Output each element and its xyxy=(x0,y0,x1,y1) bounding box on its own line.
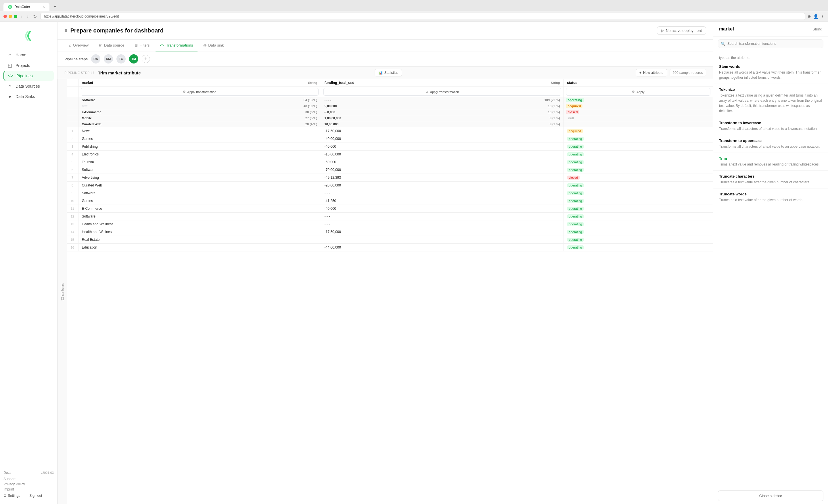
market-cell: Curated Web xyxy=(78,182,321,189)
minimize-window-btn[interactable] xyxy=(9,15,12,18)
add-step-button[interactable]: + xyxy=(142,55,150,63)
data-table-wrapper[interactable]: market String funding_total_usd String xyxy=(67,79,713,504)
right-sidebar: market String 🔍 type as the attribute. S… xyxy=(713,22,828,504)
main-content: ≡ Prepare companies for dashboard ▷ No a… xyxy=(57,22,713,504)
status-cell-td: operating xyxy=(564,143,713,150)
data-table: market String funding_total_usd String xyxy=(67,79,713,251)
market-cell: Games xyxy=(78,135,321,143)
close-sidebar-button[interactable]: Close sidebar xyxy=(718,491,823,501)
status-cell: closed xyxy=(567,176,580,180)
status-cell-td: operating xyxy=(564,205,713,213)
privacy-link[interactable]: Privacy Policy xyxy=(3,482,54,486)
url-text: https://app.datacatercloud.com/pipelines… xyxy=(44,14,119,18)
tab-title: DataCater xyxy=(14,5,30,9)
table-row: 7 Advertising -49,12,393 closed xyxy=(67,174,713,182)
funding-cell: - - - xyxy=(321,220,564,228)
reload-button[interactable]: ↻ xyxy=(32,13,38,20)
rs-content: type as the attribute. Stem words Replac… xyxy=(713,51,828,487)
data-area: 32 attributes market String xyxy=(57,79,713,504)
imprint-link[interactable]: Imprint xyxy=(3,487,54,491)
transform-name-trim: Trim xyxy=(719,156,822,161)
docs-link[interactable]: Docs xyxy=(3,471,11,475)
address-bar[interactable]: https://app.datacatercloud.com/pipelines… xyxy=(40,13,805,20)
support-link[interactable]: Support xyxy=(3,477,54,481)
rs-search-area: 🔍 xyxy=(713,37,828,51)
tab-close-btn[interactable]: × xyxy=(43,5,45,9)
market-apply-label: Apply transformation xyxy=(188,90,216,94)
new-attribute-button[interactable]: + New attribute xyxy=(636,69,667,77)
sidebar-item-pipelines[interactable]: <> Pipelines xyxy=(3,71,54,81)
statistics-button[interactable]: 📊 Statistics xyxy=(375,69,402,77)
funding-apply-transformation-btn[interactable]: ⚙ Apply transformation xyxy=(323,88,561,96)
search-input[interactable] xyxy=(718,39,823,48)
tab-filters[interactable]: ⊟ Filters xyxy=(130,40,154,51)
status-freq-2: acquired xyxy=(564,103,713,109)
funding-cell: -17,50,000 xyxy=(321,228,564,236)
forward-button[interactable]: › xyxy=(26,13,29,19)
extensions-icon[interactable]: ⊕ xyxy=(808,14,811,19)
step-rm[interactable]: RM xyxy=(104,54,113,63)
market-apply-transformation-btn[interactable]: ⚙ Apply transformation xyxy=(81,88,319,96)
rs-title: market xyxy=(719,27,734,32)
pipeline-steps-label: Pipeline steps xyxy=(65,57,88,61)
market-freq-count-1: 64 (13 %) xyxy=(303,98,318,102)
transform-item-truncate-words[interactable]: Truncate words Truncates a text value af… xyxy=(713,188,828,206)
funding-header: funding_total_usd String xyxy=(321,79,564,87)
funding-cell: -40,00,000 xyxy=(321,135,564,143)
transform-item-tokenize[interactable]: Tokenize Tokenizes a text value using a … xyxy=(713,84,828,117)
status-cell-td: acquired xyxy=(564,127,713,135)
transform-item-transform-uppercase[interactable]: Transform to uppercase Transforms all ch… xyxy=(713,135,828,153)
sidebar-item-data-sources[interactable]: ○ Data Sources xyxy=(3,81,54,91)
funding-freq-5: 10,00,000 9 (2 %) xyxy=(321,121,564,127)
tab-overview[interactable]: ⌂ Overview xyxy=(65,40,93,51)
market-cell: Publishing xyxy=(78,143,321,150)
transform-item-trim[interactable]: Trim Trims a text value and removes all … xyxy=(713,153,828,171)
settings-button[interactable]: ⚙ Settings xyxy=(3,494,20,498)
sidebar-item-home[interactable]: ⌂ Home xyxy=(3,50,54,60)
settings-label: Settings xyxy=(8,494,20,498)
table-row: 11 E-Commerce -40,000 operating xyxy=(67,205,713,213)
sidebar-item-data-sinks[interactable]: ● Data Sinks xyxy=(3,92,54,101)
sidebar-item-projects[interactable]: ◱ Projects xyxy=(3,60,54,71)
menu-icon[interactable]: ⋮ xyxy=(821,14,825,19)
funding-freq-name-1: - - - - xyxy=(325,98,331,102)
market-cell: Real Estate xyxy=(78,236,321,244)
pipeline-header: ≡ Prepare companies for dashboard ▷ No a… xyxy=(57,22,713,40)
funding-cell: - - - xyxy=(321,236,564,244)
new-tab-button[interactable]: + xyxy=(51,2,59,11)
status-cell-td: operating xyxy=(564,228,713,236)
status-apply-cell: ⚙ Apply xyxy=(564,87,713,97)
sign-out-button[interactable]: → Sign out xyxy=(25,494,42,498)
tab-data-sink[interactable]: ◎ Data sink xyxy=(199,40,228,51)
status-freq-1: operating xyxy=(564,97,713,103)
transform-item-truncate-characters[interactable]: Truncate characters Truncates a text val… xyxy=(713,171,828,188)
status-apply-transformation-btn[interactable]: ⚙ Apply xyxy=(566,88,710,96)
pipeline-title-area: ≡ Prepare companies for dashboard xyxy=(65,27,164,34)
tab-transformations[interactable]: <> Transformations xyxy=(156,40,198,51)
funding-col-type: String xyxy=(551,81,560,85)
funding-cell: -44,00,000 xyxy=(321,244,564,251)
back-button[interactable]: ‹ xyxy=(19,13,23,19)
funding-cell: -60,000 xyxy=(321,158,564,166)
add-icon: + xyxy=(639,71,641,75)
maximize-window-btn[interactable] xyxy=(14,15,17,18)
status-cell-td: operating xyxy=(564,213,713,220)
status-cell: operating xyxy=(567,238,584,242)
close-window-btn[interactable] xyxy=(3,15,7,18)
market-col-name: market xyxy=(82,81,93,85)
step-da[interactable]: DA xyxy=(91,54,100,63)
status-cell: operating xyxy=(567,168,584,172)
transform-item-stem-words[interactable]: Stem words Replaces all words of a text … xyxy=(713,61,828,84)
funding-cell: -20,00,000 xyxy=(321,182,564,189)
step-tc[interactable]: TC xyxy=(116,54,126,63)
transform-item-transform-lowercase[interactable]: Transform to lowercase Transforms all ch… xyxy=(713,117,828,135)
deployment-button[interactable]: ▷ No active deployment xyxy=(657,27,706,35)
browser-tab[interactable]: D DataCater × xyxy=(3,3,49,11)
market-cell: Health and Wellness xyxy=(78,220,321,228)
tab-data-source[interactable]: ◱ Data source xyxy=(94,40,129,51)
profile-icon[interactable]: 👤 xyxy=(813,14,818,19)
data-sink-tab-label: Data sink xyxy=(208,43,224,47)
close-sidebar-label: Close sidebar xyxy=(759,494,782,498)
market-freq-5: Curated Web 20 (4 %) xyxy=(78,121,321,127)
step-tm[interactable]: TM xyxy=(129,54,138,63)
